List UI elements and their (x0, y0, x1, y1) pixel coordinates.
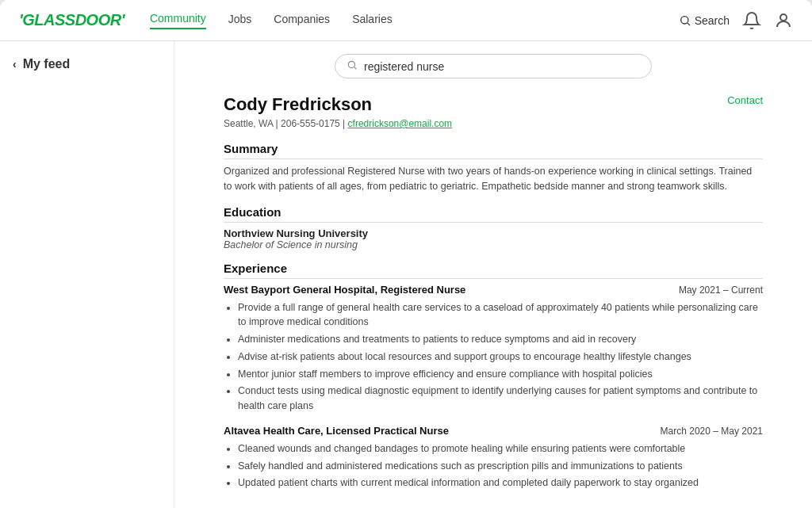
summary-section: Summary Organized and professional Regis… (224, 142, 763, 194)
nav-right: Search (679, 11, 793, 30)
job-title-0: West Bayport General Hospital, Registere… (224, 284, 465, 296)
bullet-1-2: Updated patient charts with current medi… (238, 476, 763, 491)
job-dates-0: May 2021 – Current (679, 285, 763, 296)
nav-links: CommunityJobsCompaniesSalaries (150, 12, 679, 29)
user-icon[interactable] (774, 11, 793, 30)
bullet-0-1: Administer medications and treatments to… (238, 332, 763, 347)
bullet-1-1: Safely handled and administered medicati… (238, 459, 763, 474)
degree: Bachelor of Science in nursing (224, 239, 763, 250)
nav-link-community[interactable]: Community (150, 12, 206, 29)
resume-name: Cody Fredrickson (224, 94, 372, 115)
jobs-container: West Bayport General Hospital, Registere… (224, 284, 763, 491)
nav-link-companies[interactable]: Companies (274, 13, 330, 29)
notifications-icon[interactable] (742, 11, 761, 30)
education-section: Education Northview Nursing University B… (224, 205, 763, 250)
search-button[interactable]: Search (679, 14, 730, 27)
search-label: Search (695, 14, 730, 27)
svg-point-0 (680, 16, 688, 23)
experience-section: Experience West Bayport General Hospital… (224, 262, 763, 491)
bullet-0-2: Advise at-risk patients about local reso… (238, 349, 763, 365)
svg-line-4 (354, 67, 357, 70)
my-feed-link[interactable]: ‹ My feed (13, 57, 161, 71)
contact-button[interactable]: Contact (727, 94, 763, 106)
search-bar-container (193, 54, 793, 78)
education-title: Education (224, 205, 763, 223)
search-icon (679, 14, 691, 27)
job-dates-1: March 2020 – May 2021 (661, 426, 763, 437)
search-input[interactable] (364, 60, 640, 73)
logo[interactable]: 'GLASSDOOR' (19, 11, 124, 29)
svg-line-1 (688, 23, 690, 25)
summary-title: Summary (224, 142, 763, 159)
search-bar-icon (347, 59, 358, 73)
resume-header: Cody Fredrickson Contact (224, 94, 763, 115)
school-name: Northview Nursing University (224, 227, 763, 239)
main-content: Cody Fredrickson Contact Seattle, WA | 2… (174, 41, 812, 508)
job-title-1: Altavea Health Care, Licensed Practical … (224, 425, 449, 437)
job-bullets-1: Cleaned wounds and changed bandages to p… (224, 441, 763, 491)
bullet-1-0: Cleaned wounds and changed bandages to p… (238, 441, 763, 456)
bullet-0-0: Provide a full range of general health c… (238, 300, 763, 330)
resume-contact-info: Seattle, WA | 206-555-0175 | cfredrickso… (224, 118, 763, 129)
resume-container: Cody Fredrickson Contact Seattle, WA | 2… (224, 94, 763, 491)
my-feed-label: My feed (23, 57, 71, 71)
svg-point-2 (780, 14, 787, 21)
bullet-0-3: Mentor junior staff members to improve e… (238, 367, 763, 382)
svg-point-3 (348, 61, 354, 67)
job-header-0: West Bayport General Hospital, Registere… (224, 284, 763, 296)
email-link[interactable]: cfredrickson@email.com (348, 118, 453, 129)
sidebar: ‹ My feed (0, 41, 174, 508)
nav-link-salaries[interactable]: Salaries (352, 13, 393, 29)
content-area: ‹ My feed Cod (0, 41, 812, 508)
bullet-0-4: Conduct tests using medical diagnostic e… (238, 384, 763, 414)
job-bullets-0: Provide a full range of general health c… (224, 300, 763, 414)
nav-link-jobs[interactable]: Jobs (228, 13, 252, 29)
contact-text: Seattle, WA | 206-555-0175 | (224, 118, 348, 129)
summary-text: Organized and professional Registered Nu… (224, 164, 763, 194)
job-0: West Bayport General Hospital, Registere… (224, 284, 763, 414)
back-arrow: ‹ (13, 58, 17, 71)
experience-title: Experience (224, 262, 763, 279)
navbar: 'GLASSDOOR' CommunityJobsCompaniesSalari… (0, 0, 812, 41)
search-bar[interactable] (335, 54, 652, 78)
job-1: Altavea Health Care, Licensed Practical … (224, 425, 763, 491)
job-header-1: Altavea Health Care, Licensed Practical … (224, 425, 763, 437)
